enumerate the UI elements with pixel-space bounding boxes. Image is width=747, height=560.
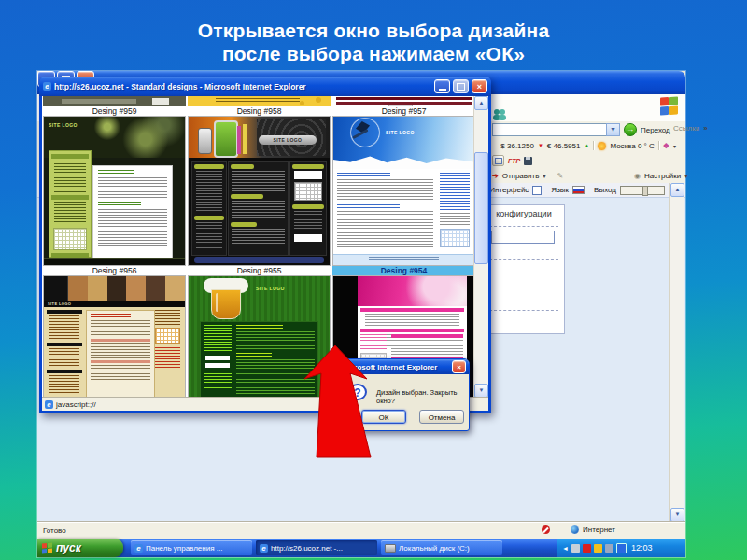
scroll-down-icon[interactable]: ▼: [670, 508, 684, 522]
decor: [152, 98, 169, 105]
width-slider[interactable]: [620, 186, 665, 195]
design-caption-956[interactable]: Desing #956: [43, 266, 186, 275]
ie-icon: e: [134, 544, 143, 553]
send-caret-icon: ▾: [543, 173, 545, 179]
task-label: Панель управления ...: [146, 544, 222, 553]
thumb-sidebar: [191, 161, 227, 256]
design-thumb-956[interactable]: SITE LOGO: [43, 275, 186, 398]
decor: [216, 98, 300, 104]
design-thumb-957[interactable]: SITE LOGO: [332, 116, 475, 266]
drive-icon: [385, 544, 396, 553]
page-icon: e: [45, 400, 53, 409]
design-caption-954-selected[interactable]: Desing #954: [332, 266, 475, 275]
usd-rate: $ 36.1250: [500, 142, 534, 150]
designs-grid: Desing #959 SITE LOGO: [42, 96, 488, 398]
tray-display-icon[interactable]: [616, 543, 627, 553]
maximize-button[interactable]: [453, 79, 469, 93]
system-tray: ◄ 12:03: [557, 539, 685, 557]
thumb-content: [337, 173, 433, 252]
browser-status-text: Готово: [43, 526, 66, 535]
internet-zone-label: Интернет: [583, 525, 615, 534]
design-caption-955[interactable]: Desing #955: [188, 266, 331, 275]
settings-button[interactable]: Настройки: [644, 172, 681, 180]
go-arrow-icon: →: [624, 123, 637, 136]
task-label: http://s26.ucoz.net -...: [271, 544, 343, 553]
designs-scrollbar[interactable]: ▲ ▼: [473, 96, 488, 398]
thumb-navbar: SITE LOGO: [44, 301, 185, 307]
slide-title: Открывается окно выбора дизайна после вы…: [0, 19, 747, 65]
tray-chevron-icon[interactable]: ◄: [562, 545, 569, 552]
go-button[interactable]: → Переход: [624, 123, 670, 136]
interface-menu[interactable]: Интерфейс: [489, 186, 529, 194]
thumb-rightbar: [153, 310, 182, 398]
tray-antivirus-icon[interactable]: [583, 544, 591, 553]
cancel-button[interactable]: Отмена: [419, 410, 464, 424]
config-input[interactable]: [491, 231, 555, 244]
send-button[interactable]: Отправить: [502, 172, 540, 180]
close-button[interactable]: ×: [452, 360, 466, 373]
interface-checkbox[interactable]: [532, 186, 542, 195]
desktop-screenshot: × ▼ → Переход Ссылки » $ 36.1250 ▼ € 46.…: [37, 71, 685, 557]
scroll-down-icon[interactable]: ▼: [474, 384, 488, 398]
ftp-button[interactable]: FTP: [508, 158, 520, 164]
users-icon: [492, 108, 507, 121]
thumb-header: [44, 276, 185, 301]
thumb-site-logo: SITE LOGO: [256, 286, 285, 291]
scroll-up-icon[interactable]: ▲: [670, 183, 684, 197]
taskbar-task-local-disk[interactable]: Локальный диск (C:): [381, 540, 502, 555]
weather-label[interactable]: Москва 0 ° C: [610, 142, 654, 150]
address-input[interactable]: [492, 123, 608, 136]
language-flag-icon[interactable]: [572, 186, 585, 194]
design-caption-959[interactable]: Desing #959: [43, 106, 186, 116]
thumb-sidebar: [49, 150, 92, 258]
thumb-beer-glass: [211, 289, 241, 319]
eur-trend-up-icon: ▲: [584, 143, 589, 148]
thumb-site-logo: SITE LOGO: [48, 301, 71, 306]
design-thumb-partial[interactable]: [332, 96, 475, 106]
start-button[interactable]: пуск: [37, 539, 123, 557]
designs-window-titlebar[interactable]: e http://s26.ucoz.net - Standard designs…: [39, 77, 491, 96]
close-button[interactable]: ×: [472, 79, 487, 93]
slide-title-line1: Открывается окно выбора дизайна: [0, 19, 747, 42]
services-icon[interactable]: ❖: [663, 142, 669, 150]
tray-shield-icon[interactable]: [594, 544, 602, 553]
minimize-button[interactable]: [434, 79, 450, 93]
pencil-icon[interactable]: ✎: [557, 172, 563, 180]
scroll-up-icon[interactable]: ▲: [474, 96, 488, 110]
design-thumb-partial[interactable]: [188, 96, 331, 106]
design-caption-958[interactable]: Desing #958: [188, 106, 331, 116]
design-thumb-partial[interactable]: [43, 96, 186, 106]
links-label: Ссылки: [673, 124, 699, 133]
tray-device-icon[interactable]: [571, 544, 580, 553]
scroll-thumb[interactable]: [474, 152, 488, 264]
confirm-dialog-message: Дизайн выбран. Закрыть окно?: [376, 388, 466, 405]
language-menu[interactable]: Язык: [551, 186, 569, 194]
thumb-site-logo: SITE LOGO: [49, 122, 78, 128]
windows-flag-icon: [660, 96, 678, 115]
design-caption-957[interactable]: Desing #957: [332, 106, 475, 116]
tray-clock[interactable]: 12:03: [631, 543, 653, 553]
ie-icon: e: [260, 544, 268, 553]
design-thumb-958[interactable]: SITE LOGO: [188, 116, 331, 266]
decor: [388, 105, 413, 106]
browser-scrollbar[interactable]: ▲ ▼: [669, 183, 684, 522]
designs-status-text: javascript:;//: [56, 400, 331, 409]
designs-window-title: http://s26.ucoz.net - Standard designs -…: [54, 82, 431, 91]
tray-update-icon[interactable]: [605, 544, 613, 553]
taskbar-task-ucoz[interactable]: e http://s26.ucoz.net -...: [256, 540, 377, 555]
window-tool-icon[interactable]: [492, 155, 504, 166]
ie-icon: e: [43, 82, 51, 91]
services-caret-icon: ▾: [673, 143, 676, 149]
links-menu[interactable]: Ссылки »: [673, 124, 708, 133]
thumb-logo-pill: SITE LOGO: [259, 135, 317, 145]
save-icon[interactable]: [524, 157, 532, 165]
settings-dot-icon: ◉: [634, 172, 641, 180]
thumb-site-logo: SITE LOGO: [274, 137, 303, 143]
taskbar-task-control-panel[interactable]: e Панель управления ...: [131, 540, 252, 555]
design-thumb-959[interactable]: SITE LOGO: [43, 116, 186, 266]
config-panel: конфигурации: [483, 204, 565, 334]
address-dropdown-icon[interactable]: ▼: [606, 123, 620, 136]
settings-caret-icon: ▾: [684, 173, 687, 179]
task-label: Локальный диск (C:): [399, 544, 470, 553]
exit-menu[interactable]: Выход: [594, 186, 616, 194]
